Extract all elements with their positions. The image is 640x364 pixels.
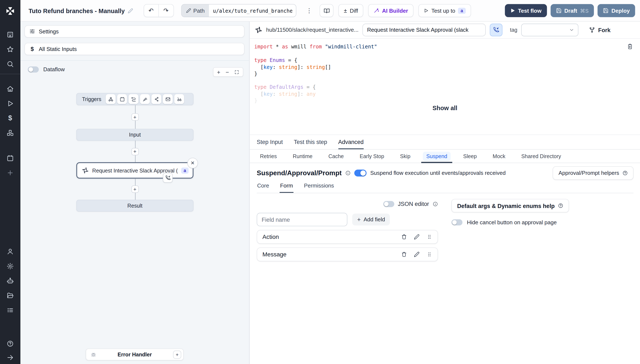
- websocket-trigger-icon[interactable]: [140, 94, 150, 104]
- tab-advanced[interactable]: Advanced: [338, 135, 364, 149]
- help-icon[interactable]: [0, 336, 20, 351]
- variables-icon[interactable]: $: [0, 111, 20, 126]
- resources-icon[interactable]: [0, 126, 20, 140]
- draft-button[interactable]: Draft⌘S: [550, 4, 594, 17]
- deploy-button[interactable]: Deploy: [597, 4, 635, 17]
- user-icon[interactable]: [0, 244, 20, 259]
- ai-builder-button[interactable]: AI Builder: [368, 4, 413, 17]
- subtab-skip[interactable]: Skip: [397, 151, 414, 161]
- copy-code-icon[interactable]: [627, 44, 633, 52]
- flow-settings-button[interactable]: Settings: [25, 25, 245, 38]
- path-label[interactable]: Path: [181, 4, 209, 17]
- add-menu-icon[interactable]: [0, 166, 20, 180]
- error-handler-node[interactable]: Error Handler +: [86, 348, 184, 360]
- question-circle-icon: [558, 203, 563, 208]
- save-icon: [556, 8, 561, 14]
- plusminus-icon: ±: [344, 8, 347, 14]
- hub-script-path[interactable]: hub/11500/slack/request_interactive...: [266, 27, 358, 33]
- webhook-trigger-icon[interactable]: [106, 94, 116, 104]
- more-options-kebab-icon[interactable]: ⋮: [305, 7, 313, 14]
- undo-button[interactable]: ↶: [143, 4, 158, 17]
- app-window: $ Tuto Refund branches - Manually ↶ ↷ Pa…: [0, 0, 640, 364]
- add-error-handler-button[interactable]: +: [173, 350, 181, 359]
- dataflow-toggle[interactable]: [28, 66, 39, 72]
- path-input[interactable]: [209, 4, 296, 17]
- edit-field-pencil-icon[interactable]: [414, 234, 420, 240]
- result-node[interactable]: Result: [76, 200, 193, 212]
- folders-icon[interactable]: [0, 288, 20, 303]
- schedule-trigger-icon[interactable]: [117, 94, 127, 104]
- favorites-star-icon[interactable]: [0, 42, 20, 57]
- drag-handle-grip-icon[interactable]: [426, 234, 432, 240]
- subtab-shared-directory[interactable]: Shared Directory: [518, 151, 564, 161]
- tab-step-input[interactable]: Step Input: [257, 135, 283, 149]
- redo-button[interactable]: ↷: [158, 4, 173, 17]
- itab-core[interactable]: Core: [257, 183, 269, 193]
- tag-select[interactable]: [521, 24, 579, 36]
- slack-approval-step-node[interactable]: Request Interactive Slack Approval (... …: [76, 162, 193, 178]
- search-icon[interactable]: [0, 57, 20, 71]
- fit-view-icon[interactable]: [234, 70, 239, 74]
- docs-book-button[interactable]: [320, 4, 334, 17]
- subtab-sleep[interactable]: Sleep: [460, 151, 480, 161]
- panel-divider: [20, 60, 249, 61]
- email-trigger-icon[interactable]: [163, 94, 173, 104]
- step-summary-input[interactable]: [362, 24, 486, 36]
- drag-handle-grip-icon[interactable]: [426, 252, 432, 257]
- zoom-in-icon[interactable]: +: [217, 69, 220, 75]
- delete-field-trash-icon[interactable]: [401, 234, 407, 240]
- add-field-button[interactable]: +Add field: [352, 214, 390, 226]
- default-args-help-button[interactable]: Default args & Dynamic enums help: [452, 199, 569, 212]
- field-name-input[interactable]: [257, 213, 347, 226]
- subtab-suspend[interactable]: Suspend: [423, 151, 451, 161]
- fork-button[interactable]: Fork: [589, 27, 610, 33]
- subtab-mock[interactable]: Mock: [489, 151, 509, 161]
- triggers-node[interactable]: Triggers: [76, 93, 193, 105]
- subtab-runtime[interactable]: Runtime: [290, 151, 316, 161]
- input-node[interactable]: Input: [76, 129, 193, 140]
- all-static-inputs-button[interactable]: $ All Static Inputs: [25, 43, 245, 55]
- insert-step-button[interactable]: +: [131, 186, 139, 193]
- http-route-trigger-icon[interactable]: [129, 94, 138, 104]
- info-icon[interactable]: [433, 201, 438, 206]
- test-up-to-button[interactable]: Test up toa: [418, 4, 471, 17]
- insert-step-button[interactable]: +: [131, 113, 139, 121]
- tab-test-this-step[interactable]: Test this step: [294, 135, 327, 149]
- runs-icon[interactable]: [0, 96, 20, 111]
- show-all-button[interactable]: Show all: [250, 105, 640, 112]
- subtab-retries[interactable]: Retries: [257, 151, 280, 161]
- home-icon[interactable]: [0, 82, 20, 96]
- json-editor-toggle[interactable]: [383, 201, 394, 207]
- itab-form[interactable]: Form: [280, 183, 294, 193]
- approval-prompt-helpers-button[interactable]: Approval/Prompt helpers: [553, 166, 633, 180]
- hide-cancel-label: Hide cancel button on approval page: [467, 220, 557, 226]
- insert-step-button[interactable]: +: [131, 148, 139, 155]
- poll-trigger-icon[interactable]: [174, 94, 184, 104]
- edit-title-icon[interactable]: [128, 8, 133, 13]
- workers-robot-icon[interactable]: [0, 274, 20, 288]
- subtab-early-stop[interactable]: Early Stop: [356, 151, 387, 161]
- workspace-icon[interactable]: [0, 27, 20, 42]
- zoom-out-icon[interactable]: −: [226, 69, 229, 75]
- windmill-logo[interactable]: [0, 0, 20, 22]
- form-field-row[interactable]: Action: [257, 230, 438, 244]
- expand-sidebar-icon[interactable]: [0, 351, 20, 364]
- edit-field-pencil-icon[interactable]: [414, 252, 420, 257]
- hide-cancel-toggle[interactable]: [452, 220, 463, 226]
- info-icon[interactable]: [345, 170, 351, 176]
- delete-step-icon[interactable]: ✕: [187, 158, 198, 168]
- itab-permissions[interactable]: Permissions: [304, 183, 334, 193]
- form-field-row[interactable]: Message: [257, 248, 438, 262]
- schedules-icon[interactable]: [0, 151, 20, 166]
- diff-button[interactable]: ±Diff: [338, 4, 363, 17]
- slack-icon: [82, 167, 89, 174]
- kafka-trigger-icon[interactable]: [151, 94, 161, 104]
- audit-logs-icon[interactable]: [0, 303, 20, 318]
- code-preview[interactable]: import * as wmill from "windmill-client"…: [250, 39, 640, 135]
- suspend-indicator-button[interactable]: [490, 24, 503, 36]
- delete-field-trash-icon[interactable]: [401, 252, 407, 257]
- suspend-toggle[interactable]: [354, 170, 367, 176]
- settings-gear-icon[interactable]: [0, 259, 20, 274]
- test-flow-button[interactable]: Test flow: [505, 4, 547, 17]
- subtab-cache[interactable]: Cache: [325, 151, 347, 161]
